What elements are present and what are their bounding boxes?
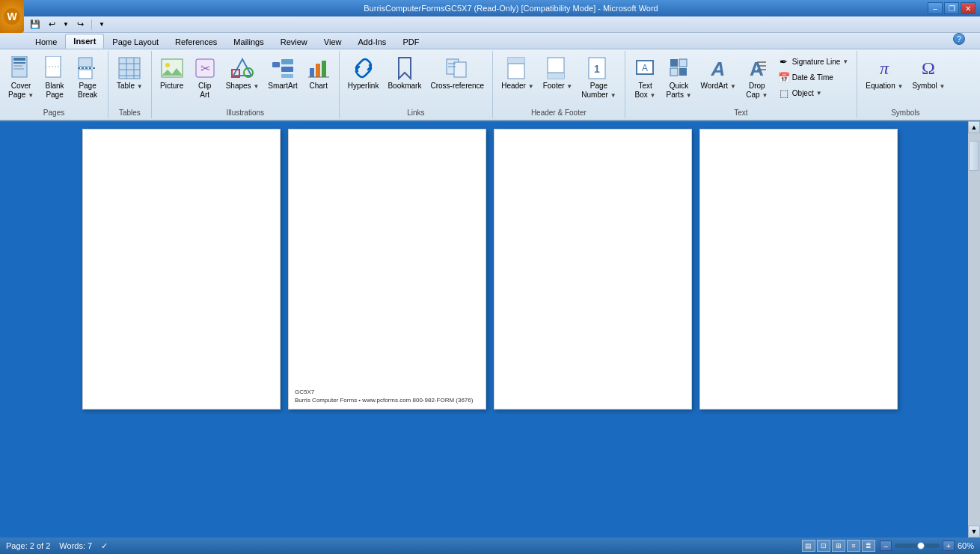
tab-home[interactable]: Home <box>27 34 65 49</box>
page-number-icon: 1 <box>587 56 610 80</box>
pages-group-label: Pages <box>43 109 64 117</box>
restore-button[interactable]: ❐ <box>944 2 959 14</box>
help-button[interactable]: ? <box>953 33 965 45</box>
header-icon <box>506 56 530 80</box>
date-time-button[interactable]: 📅 Date & Time <box>774 70 852 85</box>
svg-rect-31 <box>322 61 326 77</box>
scroll-track[interactable] <box>968 133 980 526</box>
footer-line2: Burris Computer Forms • www.pcforms.com … <box>295 396 473 404</box>
draft-view-button[interactable]: ≣ <box>862 540 875 552</box>
symbols-group-label: Symbols <box>891 109 919 117</box>
footer-icon <box>545 56 569 80</box>
svg-point-19 <box>165 63 170 67</box>
cross-reference-button[interactable]: Cross-reference <box>426 54 488 93</box>
undo-dropdown[interactable]: ▼ <box>61 18 70 31</box>
bookmark-label: Bookmark <box>388 82 421 91</box>
tab-page-layout[interactable]: Page Layout <box>104 34 167 49</box>
document-page-1 <box>82 129 281 410</box>
qat-dropdown[interactable]: ▼ <box>97 18 107 31</box>
save-button[interactable]: 💾 <box>28 18 42 31</box>
print-layout-view-button[interactable]: ▤ <box>802 540 815 552</box>
wordart-label: WordArt ▼ <box>701 82 736 91</box>
bookmark-button[interactable]: Bookmark <box>384 54 425 93</box>
textbox-label: TextBox ▼ <box>635 82 656 100</box>
office-button[interactable]: W <box>0 0 24 33</box>
close-button[interactable]: ✕ <box>961 2 976 14</box>
blank-page-icon <box>43 56 67 80</box>
shapes-icon <box>230 56 254 80</box>
tab-references[interactable]: References <box>167 34 225 49</box>
vertical-scrollbar[interactable]: ▲ ▼ <box>968 121 980 538</box>
symbol-button[interactable]: Ω Symbol ▼ <box>908 54 949 93</box>
quick-parts-button[interactable]: QuickParts ▼ <box>663 54 696 102</box>
textbox-button[interactable]: A TextBox ▼ <box>630 54 661 102</box>
qat-divider <box>91 19 92 30</box>
word-count: Words: 7 <box>59 541 92 550</box>
svg-text:W: W <box>7 10 17 22</box>
svg-rect-30 <box>316 64 320 77</box>
svg-rect-5 <box>13 65 22 67</box>
cover-page-icon <box>9 56 33 80</box>
zoom-out-button[interactable]: – <box>880 541 892 551</box>
page-container: GC5X7 Burris Computer Forms • www.pcform… <box>82 129 898 410</box>
page-break-button[interactable]: PageBreak <box>72 54 103 102</box>
svg-marker-33 <box>399 58 411 79</box>
svg-rect-35 <box>454 62 466 77</box>
hyperlink-button[interactable]: Hyperlink <box>344 54 383 93</box>
web-layout-view-button[interactable]: ⊞ <box>832 540 845 552</box>
page-break-icon <box>76 56 99 80</box>
signature-line-button[interactable]: ✒ Signature Line ▼ <box>774 54 852 69</box>
equation-button[interactable]: π Equation ▼ <box>862 54 907 93</box>
wordart-button[interactable]: A WordArt ▼ <box>697 54 740 93</box>
spell-check-icon[interactable]: ✓ <box>101 541 108 551</box>
blank-page-button[interactable]: BlankPage <box>39 54 70 102</box>
svg-rect-51 <box>679 68 687 76</box>
undo-button[interactable]: ↩ <box>45 18 58 31</box>
picture-label: Picture <box>160 82 183 91</box>
page-number-button[interactable]: 1 PageNumber ▼ <box>578 54 619 102</box>
shapes-button[interactable]: Shapes ▼ <box>222 54 263 93</box>
object-label: Object <box>792 89 814 97</box>
zoom-slider[interactable] <box>895 544 940 548</box>
tab-add-ins[interactable]: Add-Ins <box>349 34 394 49</box>
shapes-label: Shapes ▼ <box>226 82 260 91</box>
minimize-button[interactable]: – <box>928 2 943 14</box>
tab-insert[interactable]: Insert <box>65 34 104 49</box>
smartart-button[interactable]: SmartArt <box>264 54 301 93</box>
zoom-in-button[interactable]: + <box>943 541 955 551</box>
drop-cap-button[interactable]: A DropCap ▼ <box>741 54 773 102</box>
table-label: Table ▼ <box>117 82 143 91</box>
svg-text:1: 1 <box>595 63 601 75</box>
chart-button[interactable]: Chart <box>303 54 334 93</box>
svg-rect-10 <box>79 70 92 79</box>
tab-view[interactable]: View <box>316 34 350 49</box>
scroll-down-button[interactable]: ▼ <box>968 526 980 538</box>
cross-reference-label: Cross-reference <box>430 82 484 91</box>
tab-mailings[interactable]: Mailings <box>225 34 272 49</box>
clip-art-button[interactable]: ✂ ClipArt <box>189 54 221 102</box>
header-footer-group-label: Header & Footer <box>531 109 587 117</box>
document-page-2: GC5X7 Burris Computer Forms • www.pcform… <box>288 129 486 410</box>
footer-line1: GC5X7 <box>295 388 473 396</box>
outline-view-button[interactable]: ≡ <box>847 540 860 552</box>
hyperlink-icon <box>352 56 376 80</box>
zoom-level[interactable]: 60% <box>958 541 974 550</box>
tab-review[interactable]: Review <box>272 34 316 49</box>
chart-label: Chart <box>310 82 328 91</box>
object-button[interactable]: ⬚ Object ▼ <box>774 85 852 100</box>
scroll-thumb[interactable] <box>969 141 979 171</box>
header-button[interactable]: Header ▼ <box>497 54 538 93</box>
tab-pdf[interactable]: PDF <box>394 34 427 49</box>
group-text: A TextBox ▼ QuickParts ▼ A WordArt ▼ A <box>625 51 858 118</box>
svg-rect-26 <box>281 59 293 64</box>
table-button[interactable]: Table ▼ <box>113 54 147 93</box>
full-screen-view-button[interactable]: ⊡ <box>817 540 830 552</box>
svg-text:A: A <box>642 63 648 73</box>
footer-button[interactable]: Footer ▼ <box>539 54 577 93</box>
picture-button[interactable]: Picture <box>156 54 188 93</box>
redo-button[interactable]: ↪ <box>73 18 87 31</box>
cover-page-button[interactable]: CoverPage ▼ <box>4 54 37 102</box>
scroll-up-button[interactable]: ▲ <box>968 121 980 133</box>
smartart-label: SmartArt <box>268 82 297 91</box>
smartart-icon <box>271 56 295 80</box>
